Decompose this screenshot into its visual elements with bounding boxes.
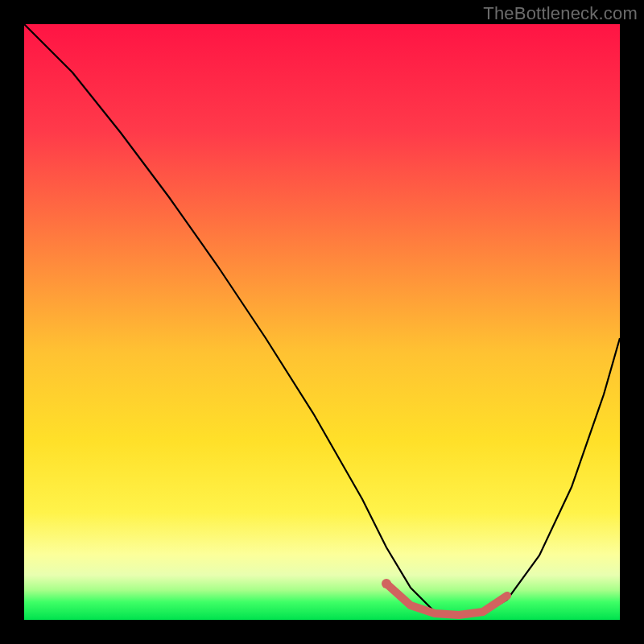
curve-layer: [24, 24, 620, 620]
highlight-start-dot: [382, 579, 391, 588]
bottleneck-curve: [24, 24, 620, 616]
highlight-segment: [386, 584, 507, 615]
plot-area: [24, 24, 620, 620]
chart-frame: TheBottleneck.com: [0, 0, 644, 644]
watermark-text: TheBottleneck.com: [483, 3, 638, 24]
